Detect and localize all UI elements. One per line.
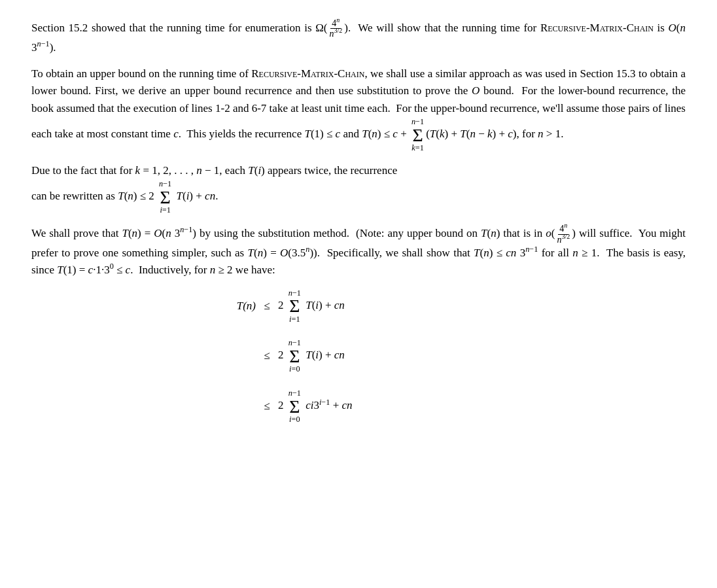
paragraph-4: We shall prove that T(n) = O(n 3n−1) by … — [31, 224, 686, 279]
lhs-1: T(n) — [190, 298, 256, 315]
rhs-2: 2 n−1 Σ i=0 T(i) + cn — [278, 338, 527, 374]
leq-1: ≤ — [258, 298, 275, 315]
rhs-3: 2 n−1 Σ i=0 ci3i−1 + cn — [278, 389, 527, 424]
leq-2: ≤ — [258, 347, 275, 364]
leq-3: ≤ — [258, 398, 275, 415]
paragraph-1: Section 15.2 showed that the running tim… — [31, 18, 686, 56]
paragraph-2: To obtain an upper bound on the running … — [31, 65, 686, 153]
rhs-1: 2 n−1 Σ i=1 T(i) + cn — [278, 288, 527, 324]
math-display-block: T(n) ≤ 2 n−1 Σ i=1 T(i) + cn ≤ — [31, 288, 686, 430]
paragraph-3: Due to the fact that for k = 1, 2, . . .… — [31, 162, 686, 215]
page-content: Section 15.2 showed that the running tim… — [31, 18, 686, 429]
